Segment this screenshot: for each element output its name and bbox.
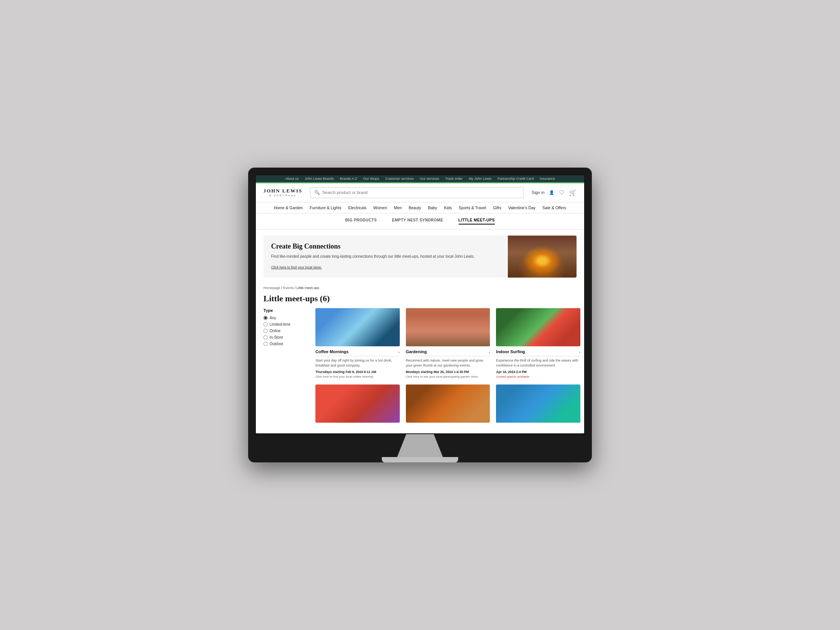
filter-limited-radio[interactable]: [263, 322, 268, 326]
nav-sports[interactable]: Sports & Travel: [459, 205, 486, 210]
basket-icon[interactable]: 🛒: [569, 189, 577, 196]
filter-instore-radio[interactable]: [263, 335, 268, 339]
filter-online-radio[interactable]: [263, 329, 268, 333]
filter-limited-label: Limited-time: [270, 322, 290, 326]
person-icon[interactable]: 👤: [549, 190, 554, 195]
filter-label: Type: [263, 308, 309, 313]
filter-outdoor-label: Outdoor: [270, 342, 283, 346]
product-desc-coffee: Start your day off right by joining us f…: [315, 358, 400, 368]
product-desc-surfing: Experience the thrill of surfing and rid…: [496, 358, 580, 368]
product-limited-surfing: Limited spaces available: [496, 375, 580, 378]
utility-bar: About us John Lewis Brands Brands A-Z Ou…: [256, 175, 584, 182]
product-card-6[interactable]: [496, 384, 580, 426]
utility-link-brands[interactable]: John Lewis Brands: [305, 177, 334, 181]
product-card-coffee[interactable]: Coffee Mornings › Start your day off rig…: [315, 308, 400, 378]
hero-image: [508, 236, 577, 278]
logo-sub: & PARTNERS: [263, 194, 302, 197]
product-title-row-gardening: Gardening ›: [406, 349, 490, 356]
filter-outdoor-radio[interactable]: [263, 342, 268, 346]
product-card-gardening[interactable]: Gardening › Reconnect with nature, meet …: [406, 308, 490, 378]
utility-link-myjl[interactable]: My John Lewis: [469, 177, 492, 181]
product-image-5: [406, 384, 490, 423]
tab-big-products[interactable]: BIG PRODUCTS: [345, 218, 377, 225]
filter-any[interactable]: Any: [263, 316, 309, 320]
product-image-coffee: [315, 308, 400, 346]
utility-link-brandaz[interactable]: Brands A-Z: [340, 177, 357, 181]
utility-link-track[interactable]: Track order: [445, 177, 463, 181]
product-name-surfing: Indoor Surfing: [496, 349, 525, 354]
nav-sale[interactable]: Sale & Offers: [543, 205, 566, 210]
filter-instore-label: In-Store: [270, 335, 283, 339]
search-input[interactable]: [322, 190, 520, 195]
product-date-surfing: Apr 18, 2024 2-4 PM: [496, 370, 580, 374]
product-card-4[interactable]: [315, 384, 400, 426]
sidebar: Type Any Limited-time Online: [260, 308, 309, 426]
monitor-base: [382, 457, 458, 462]
utility-link-about[interactable]: About us: [285, 177, 299, 181]
nav-women[interactable]: Women: [373, 205, 387, 210]
product-image-gardening: [406, 308, 490, 346]
product-arrow-coffee: ›: [398, 349, 400, 354]
hero-text-area: Create Big Connections Find like-minded …: [263, 236, 508, 278]
hero-description: Find like-minded people and create long-…: [271, 254, 500, 259]
filter-online[interactable]: Online: [263, 329, 309, 333]
nav-kids[interactable]: Kids: [444, 205, 452, 210]
utility-link-insurance[interactable]: Insurance: [540, 177, 555, 181]
tab-little-meetups[interactable]: LITTLE MEET-UPS: [459, 218, 495, 225]
product-detail-gardening[interactable]: Click here to see your local participati…: [406, 375, 490, 378]
filter-any-radio[interactable]: [263, 316, 268, 320]
breadcrumb-events[interactable]: Events: [283, 286, 294, 290]
filter-instore[interactable]: In-Store: [263, 335, 309, 339]
hero-image-visual: [508, 236, 577, 278]
monitor-stand: [397, 434, 443, 457]
sign-in-button[interactable]: Sign in: [531, 190, 544, 195]
search-icon: 🔍: [314, 190, 320, 195]
product-date-gardening: Mondays starting Mar 25, 2024 1-4:30 PM: [406, 370, 490, 374]
product-date-coffee: Thursdays starting Feb 8, 2024 9-11 AM: [315, 370, 400, 374]
hero-link[interactable]: Click here to find your local store.: [271, 265, 322, 269]
search-bar[interactable]: 🔍: [310, 187, 524, 198]
nav-beauty[interactable]: Beauty: [409, 205, 421, 210]
tab-empty-nest[interactable]: EMPTY NEST SYNDROME: [392, 218, 443, 225]
breadcrumb-current: Little meet-ups: [297, 286, 319, 290]
filter-options: Any Limited-time Online In-Store: [263, 316, 309, 346]
nav-furniture[interactable]: Furniture & Lights: [310, 205, 341, 210]
product-image-6: [496, 384, 580, 423]
breadcrumb: Homepage / Events / Little meet-ups: [256, 284, 584, 292]
logo[interactable]: JOHN LEWIS & PARTNERS: [263, 188, 302, 197]
product-image-surfing: [496, 308, 580, 346]
product-image-4: [315, 384, 400, 423]
products-grid: Coffee Mornings › Start your day off rig…: [315, 308, 580, 426]
product-arrow-gardening: ›: [489, 349, 490, 354]
filter-online-label: Online: [270, 329, 281, 333]
header: JOHN LEWIS & PARTNERS 🔍 Sign in 👤 ♡ 🛒: [256, 183, 584, 202]
monitor: About us John Lewis Brands Brands A-Z Ou…: [248, 168, 592, 462]
nav-men[interactable]: Men: [394, 205, 402, 210]
utility-link-creditcard[interactable]: Partnership Credit Card: [498, 177, 534, 181]
filter-any-label: Any: [270, 316, 276, 320]
nav-home-garden[interactable]: Home & Garden: [274, 205, 303, 210]
filter-limited[interactable]: Limited-time: [263, 322, 309, 326]
wishlist-icon[interactable]: ♡: [559, 189, 564, 196]
product-title-row-surfing: Indoor Surfing ›: [496, 349, 580, 356]
nav-electricals[interactable]: Electricals: [348, 205, 367, 210]
logo-text: JOHN LEWIS: [263, 188, 302, 194]
product-card-surfing[interactable]: Indoor Surfing › Experience the thrill o…: [496, 308, 580, 378]
nav-baby[interactable]: Baby: [428, 205, 437, 210]
hero-title: Create Big Connections: [271, 242, 500, 250]
product-name-gardening: Gardening: [406, 349, 427, 354]
product-arrow-surfing: ›: [579, 349, 580, 354]
product-name-coffee: Coffee Mornings: [315, 349, 349, 354]
page-title: Little meet-ups (6): [256, 292, 584, 308]
utility-link-shops[interactable]: Our shops: [363, 177, 379, 181]
nav-gifts[interactable]: Gifts: [493, 205, 501, 210]
product-card-5[interactable]: [406, 384, 490, 426]
product-detail-coffee[interactable]: Click here to find your local coffee mor…: [315, 375, 400, 378]
nav-valentines[interactable]: Valentine's Day: [508, 205, 536, 210]
breadcrumb-homepage[interactable]: Homepage: [263, 286, 280, 290]
header-actions: Sign in 👤 ♡ 🛒: [531, 189, 577, 196]
sub-nav: BIG PRODUCTS EMPTY NEST SYNDROME LITTLE …: [256, 213, 584, 229]
filter-outdoor[interactable]: Outdoor: [263, 342, 309, 346]
utility-link-services[interactable]: Our services: [420, 177, 439, 181]
utility-link-customer[interactable]: Customer services: [385, 177, 414, 181]
